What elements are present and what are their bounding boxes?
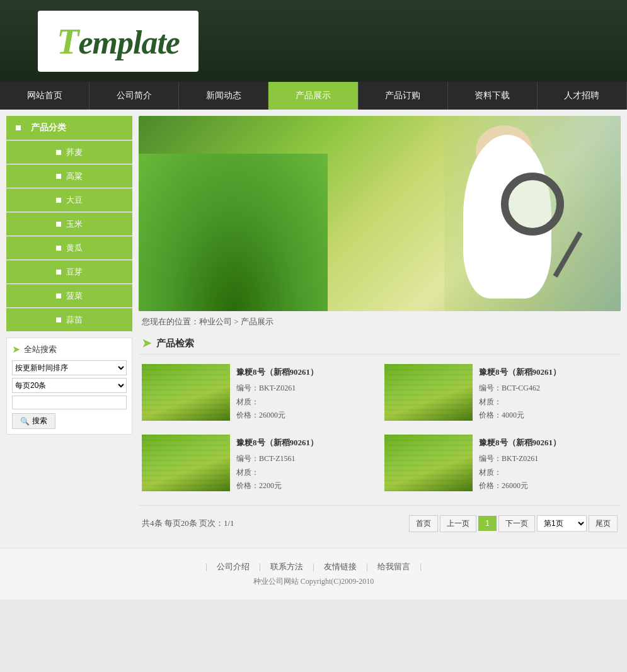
footer-link-contact[interactable]: 联系方法 xyxy=(270,562,303,571)
divider: | xyxy=(366,562,368,571)
item-label: 荞麦 xyxy=(66,147,83,158)
product-price-4: 价格：26000元 xyxy=(479,479,618,493)
footer-link-links[interactable]: 友情链接 xyxy=(324,562,357,571)
sidebar-item-dadou[interactable]: 大豆 xyxy=(6,188,132,212)
product-info-2: 豫粳8号（新稻90261） 编号：BCT-CG462 材质： 价格：4000元 xyxy=(479,364,618,425)
nav-news[interactable]: 新闻动态 xyxy=(179,82,268,110)
nav-order[interactable]: 产品订购 xyxy=(359,82,448,110)
sidebar-category[interactable]: 产品分类 xyxy=(6,116,132,140)
product-code-1: 编号：BKT-Z0261 xyxy=(236,382,375,396)
sidebar-item-huanggua[interactable]: 黄瓜 xyxy=(6,236,132,259)
header: Template xyxy=(0,0,627,82)
perpage-select[interactable]: 每页20条每页10条每页50条 xyxy=(12,378,127,393)
heading-text: 产品检索 xyxy=(156,338,194,350)
item-label: 豆芽 xyxy=(66,266,83,278)
product-price-1: 价格：26000元 xyxy=(236,409,375,423)
sidebar-item-douya[interactable]: 豆芽 xyxy=(6,260,132,283)
banner-image xyxy=(139,116,621,311)
item-label: 黄瓜 xyxy=(66,242,83,254)
product-thumb-1 xyxy=(142,364,230,421)
product-title-1: 豫粳8号（新稻90261） xyxy=(236,367,375,378)
product-info-3: 豫粳8号（新稻90261） 编号：BCT-Z1561 材质： 价格：2200元 xyxy=(236,435,375,496)
logo-text: Template xyxy=(57,25,180,60)
breadcrumb: 您现在的位置：种业公司 > 产品展示 xyxy=(139,311,621,333)
search-input[interactable] xyxy=(12,396,127,409)
sidebar-item-suanmiao[interactable]: 蒜苗 xyxy=(6,308,132,331)
product-thumb-3 xyxy=(142,435,230,491)
product-item-2[interactable]: 豫粳8号（新稻90261） 编号：BCT-CG462 材质： 价格：4000元 xyxy=(384,364,618,425)
item-bullet xyxy=(56,270,61,275)
sidebar-item-bocai[interactable]: 菠菜 xyxy=(6,284,132,307)
product-material-3: 材质： xyxy=(236,466,375,480)
item-label: 大豆 xyxy=(66,195,83,206)
search-button[interactable]: 🔍 搜索 xyxy=(12,413,55,429)
product-grid: 豫粳8号（新稻90261） 编号：BKT-Z0261 材质： 价格：26000元… xyxy=(139,361,621,499)
category-bullet xyxy=(16,125,21,130)
item-label: 蒜苗 xyxy=(66,314,83,326)
divider: | xyxy=(259,562,261,571)
item-bullet xyxy=(56,198,61,203)
nav-home[interactable]: 网站首页 xyxy=(0,82,89,110)
item-label: 玉米 xyxy=(66,219,83,230)
product-material-4: 材质： xyxy=(479,466,618,480)
product-search-heading: ➤ 产品检索 xyxy=(139,333,621,355)
product-info-1: 豫粳8号（新稻90261） 编号：BKT-Z0261 材质： 价格：26000元 xyxy=(236,364,375,425)
nav-recruit[interactable]: 人才招聘 xyxy=(538,82,627,110)
item-bullet xyxy=(56,293,61,299)
page-current-button[interactable]: 1 xyxy=(478,516,497,531)
footer-links: | 公司介绍 | 联系方法 | 友情链接 | 给我留言 | xyxy=(13,561,614,572)
search-box: ➤ 全站搜索 按更新时间排序按名称排序按价格排序 每页20条每页10条每页50条… xyxy=(6,338,132,435)
magnifier-glass xyxy=(501,173,564,236)
product-code-4: 编号：BKT-Z0261 xyxy=(479,452,618,466)
item-bullet xyxy=(56,246,61,251)
page-last-button[interactable]: 尾页 xyxy=(589,515,618,532)
search-arrow-icon: ➤ xyxy=(12,343,20,355)
divider: | xyxy=(420,562,422,571)
logo-T: T xyxy=(57,21,78,62)
page-prev-button[interactable]: 上一页 xyxy=(440,515,476,532)
navigation: 网站首页 公司简介 新闻动态 产品展示 产品订购 资料下载 人才招聘 xyxy=(0,82,627,110)
product-item-1[interactable]: 豫粳8号（新稻90261） 编号：BKT-Z0261 材质： 价格：26000元 xyxy=(142,364,375,425)
page-first-button[interactable]: 首页 xyxy=(409,515,438,532)
plants-decoration xyxy=(139,154,328,311)
product-price-3: 价格：2200元 xyxy=(236,479,375,493)
footer-link-message[interactable]: 给我留言 xyxy=(377,562,410,571)
product-price-2: 价格：4000元 xyxy=(479,409,618,423)
product-item-3[interactable]: 豫粳8号（新稻90261） 编号：BCT-Z1561 材质： 价格：2200元 xyxy=(142,435,375,496)
item-bullet xyxy=(56,150,61,155)
item-bullet xyxy=(56,174,61,179)
divider: | xyxy=(205,562,207,571)
page-next-button[interactable]: 下一页 xyxy=(498,515,535,532)
rice-pattern-1 xyxy=(142,364,230,421)
product-item-4[interactable]: 豫粳8号（新稻90261） 编号：BKT-Z0261 材质： 价格：26000元 xyxy=(384,435,618,496)
nav-products[interactable]: 产品展示 xyxy=(268,82,358,110)
pagination-controls: 首页 上一页 1 下一页 第1页 尾页 xyxy=(409,515,618,532)
main-content: 您现在的位置：种业公司 > 产品展示 ➤ 产品检索 豫粳8号（新稻90261） … xyxy=(139,116,621,542)
search-btn-label: 搜索 xyxy=(32,416,47,426)
product-title-4: 豫粳8号（新稻90261） xyxy=(479,437,618,448)
product-code-3: 编号：BCT-Z1561 xyxy=(236,452,375,466)
product-thumb-2 xyxy=(384,364,473,421)
sidebar-item-yumi[interactable]: 玉米 xyxy=(6,212,132,236)
page-select[interactable]: 第1页 xyxy=(537,515,587,532)
item-label: 高粱 xyxy=(66,171,83,182)
divider: | xyxy=(313,562,314,571)
search-icon: 🔍 xyxy=(20,417,30,426)
rice-pattern-3 xyxy=(142,435,230,491)
footer-copyright: 种业公司网站 Copyright(C)2009-2010 xyxy=(13,576,614,587)
nav-download[interactable]: 资料下载 xyxy=(448,82,538,110)
product-material-2: 材质： xyxy=(479,396,618,409)
sort-select[interactable]: 按更新时间排序按名称排序按价格排序 xyxy=(12,360,127,375)
logo: Template xyxy=(38,11,198,72)
product-title-2: 豫粳8号（新稻90261） xyxy=(479,367,618,378)
pagination: 共4条 每页20条 页次：1/1 首页 上一页 1 下一页 第1页 尾页 xyxy=(139,505,621,542)
product-thumb-4 xyxy=(384,435,473,491)
content-area: 产品分类 荞麦 高粱 大豆 玉米 黄瓜 xyxy=(0,110,627,548)
sidebar-item-gaoliang[interactable]: 高粱 xyxy=(6,164,132,188)
sidebar-item-qiaomai[interactable]: 荞麦 xyxy=(6,140,132,164)
footer-link-about[interactable]: 公司介绍 xyxy=(217,562,250,571)
nav-about[interactable]: 公司简介 xyxy=(89,82,179,110)
product-info-4: 豫粳8号（新稻90261） 编号：BKT-Z0261 材质： 价格：26000元 xyxy=(479,435,618,496)
category-label: 产品分类 xyxy=(31,122,66,134)
item-label: 菠菜 xyxy=(66,290,83,302)
